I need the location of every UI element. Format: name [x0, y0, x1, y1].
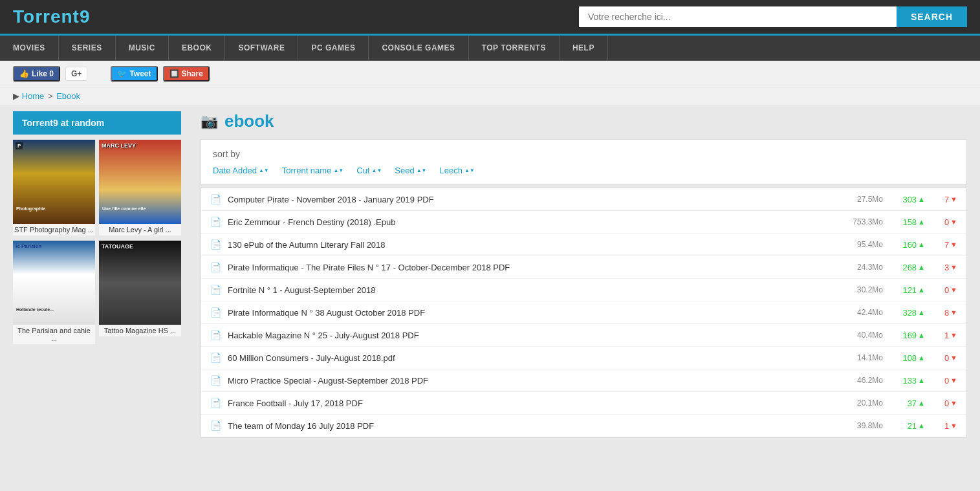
- torrent-file-icon: 📄: [210, 330, 221, 340]
- nav-item-software[interactable]: SOFTWARE: [225, 36, 298, 60]
- torrent-size: 14.1Mo: [838, 353, 883, 362]
- sidebar-item-tatoo[interactable]: TATOUAGE Tattoo Magazine HS ...: [99, 241, 181, 344]
- torrent-seed: 133 ▲: [889, 376, 925, 386]
- torrent-leech: 1 ▼: [931, 331, 957, 340]
- nav-item-console-games[interactable]: CONSOLE GAMES: [369, 36, 468, 60]
- torrent-size: 39.8Mo: [838, 421, 883, 430]
- torrent-seed: 121 ▲: [889, 285, 925, 295]
- torrent-file-icon: 📄: [210, 353, 221, 363]
- torrent-name[interactable]: Eric Zemmour - French Destiny (2018) .Ep…: [228, 217, 831, 227]
- sidebar: Torrent9 at random P Photographie STF Ph…: [13, 111, 181, 438]
- nav-item-music[interactable]: MUSIC: [116, 36, 169, 60]
- sidebar-item-parisien[interactable]: le Parisien Hollande recule... The Paris…: [13, 241, 95, 344]
- torrent-name[interactable]: France Football - July 17, 2018 PDF: [228, 398, 831, 408]
- torrent-name[interactable]: 60 Million Consumers - July-August 2018.…: [228, 353, 831, 363]
- nav: MOVIESSERIESMUSICEBOOKSOFTWAREPC GAMESCO…: [0, 36, 980, 61]
- tweet-icon: 🐦: [117, 69, 127, 78]
- main: Torrent9 at random P Photographie STF Ph…: [0, 105, 980, 444]
- torrent-leech: 8 ▼: [931, 308, 957, 318]
- torrent-file-icon: 📄: [210, 217, 221, 227]
- gplus-button[interactable]: G+: [65, 67, 87, 81]
- like-label: Like 0: [32, 69, 54, 78]
- torrent-seed: 268 ▲: [889, 263, 925, 272]
- share-button[interactable]: 🔲 Share: [163, 66, 210, 82]
- sidebar-img-parisien: le Parisien Hollande recule...: [13, 241, 95, 325]
- seed-up-arrow: ▲: [918, 241, 925, 248]
- leech-down-arrow: ▼: [950, 331, 957, 339]
- torrent-seed: 21 ▲: [889, 421, 925, 431]
- torrent-seed: 108 ▲: [889, 353, 925, 363]
- seed-up-arrow: ▲: [918, 286, 925, 294]
- torrent-row: 📄 France Football - July 17, 2018 PDF 20…: [201, 392, 966, 415]
- torrent-seed: 158 ▲: [889, 217, 925, 227]
- torrent-row: 📄 60 Million Consumers - July-August 201…: [201, 347, 966, 369]
- breadcrumb-arrow: ▶: [13, 91, 19, 101]
- torrent-row: 📄 Pirate Informatique N ° 38 August Octo…: [201, 301, 966, 324]
- sort-date-added[interactable]: Date Added ▲▼: [213, 166, 269, 175]
- torrent-size: 95.4Mo: [838, 240, 883, 249]
- breadcrumb-home[interactable]: Home: [22, 91, 45, 101]
- torrent-name[interactable]: 130 ePub of the Autumn Literary Fall 201…: [228, 240, 831, 250]
- nav-item-series[interactable]: SERIES: [59, 36, 116, 60]
- torrent-name[interactable]: Pirate Informatique - The Pirate Files N…: [228, 263, 831, 272]
- sort-seed-label: Seed: [395, 166, 414, 175]
- search-input[interactable]: [579, 6, 897, 27]
- sidebar-item-stf[interactable]: P Photographie STF Photography Mag ...: [13, 140, 95, 235]
- torrent-leech: 0 ▼: [931, 376, 957, 386]
- sidebar-item-marc[interactable]: MARC LEVY Une fille comme elle Marc Levy…: [99, 140, 181, 235]
- torrent-name[interactable]: Micro Practice Special - August-Septembe…: [228, 376, 831, 386]
- share-icon: 🔲: [169, 69, 179, 78]
- torrent-row: 📄 Computer Pirate - November 2018 - Janu…: [201, 188, 966, 211]
- torrent-size: 20.1Mo: [838, 398, 883, 408]
- torrent-name[interactable]: Hackable Magazine N ° 25 - July-August 2…: [228, 331, 831, 340]
- seed-up-arrow: ▲: [918, 263, 925, 271]
- torrent-row: 📄 Eric Zemmour - French Destiny (2018) .…: [201, 211, 966, 234]
- search-button[interactable]: SEARCH: [897, 6, 967, 27]
- torrent-leech: 3 ▼: [931, 263, 957, 272]
- nav-item-movies[interactable]: MOVIES: [0, 36, 59, 60]
- torrent-row: 📄 Micro Practice Special - August-Septem…: [201, 369, 966, 392]
- torrent-leech: 7 ▼: [931, 195, 957, 204]
- torrent-name[interactable]: Fortnite N ° 1 - August-September 2018: [228, 285, 831, 295]
- torrent-size: 30.2Mo: [838, 285, 883, 294]
- torrent-leech: 1 ▼: [931, 421, 957, 431]
- tweet-button[interactable]: 🐦 Tweet: [111, 66, 157, 82]
- torrent-seed: 328 ▲: [889, 308, 925, 318]
- sort-cut-arrows: ▲▼: [371, 168, 382, 173]
- nav-item-ebook[interactable]: EBOOK: [169, 36, 226, 60]
- torrent-file-icon: 📄: [210, 239, 221, 250]
- leech-down-arrow: ▼: [950, 263, 957, 271]
- leech-down-arrow: ▼: [950, 218, 957, 226]
- sort-seed[interactable]: Seed ▲▼: [395, 166, 426, 175]
- sidebar-label-stf: STF Photography Mag ...: [13, 224, 95, 235]
- torrent-leech: 0 ▼: [931, 353, 957, 363]
- torrent-file-icon: 📄: [210, 375, 221, 386]
- nav-item-help[interactable]: HELP: [560, 36, 608, 60]
- like-button[interactable]: 👍 Like 0: [13, 66, 60, 82]
- logo[interactable]: Torrent9: [13, 6, 91, 27]
- torrent-name[interactable]: The team of Monday 16 July 2018 PDF: [228, 421, 831, 431]
- sort-leech-label: Leech: [440, 166, 463, 175]
- sort-cut[interactable]: Cut ▲▼: [356, 166, 382, 175]
- torrent-name[interactable]: Pirate Informatique N ° 38 August Octobe…: [228, 308, 831, 318]
- sort-box: sort by Date Added ▲▼ Torrent name ▲▼ Cu…: [201, 139, 967, 185]
- torrent-name[interactable]: Computer Pirate - November 2018 - Januar…: [228, 195, 831, 204]
- sort-date-label: Date Added: [213, 166, 257, 175]
- torrent-seed: 169 ▲: [889, 331, 925, 340]
- torrent-leech: 0 ▼: [931, 398, 957, 408]
- nav-item-top-torrents[interactable]: TOP TORRENTS: [469, 36, 560, 60]
- tweet-label: Tweet: [129, 69, 151, 78]
- seed-up-arrow: ▲: [918, 309, 925, 316]
- sort-cut-label: Cut: [356, 166, 369, 175]
- breadcrumb-current: Ebook: [56, 91, 80, 101]
- leech-down-arrow: ▼: [950, 309, 957, 316]
- sort-leech[interactable]: Leech ▲▼: [440, 166, 475, 175]
- seed-up-arrow: ▲: [918, 399, 925, 407]
- leech-down-arrow: ▼: [950, 376, 957, 384]
- seed-up-arrow: ▲: [918, 354, 925, 362]
- sort-torrent-name[interactable]: Torrent name ▲▼: [282, 166, 343, 175]
- torrent-leech: 7 ▼: [931, 240, 957, 250]
- torrent-file-icon: 📄: [210, 307, 221, 318]
- nav-item-pc-games[interactable]: PC GAMES: [298, 36, 369, 60]
- torrent-seed: 37 ▲: [889, 398, 925, 408]
